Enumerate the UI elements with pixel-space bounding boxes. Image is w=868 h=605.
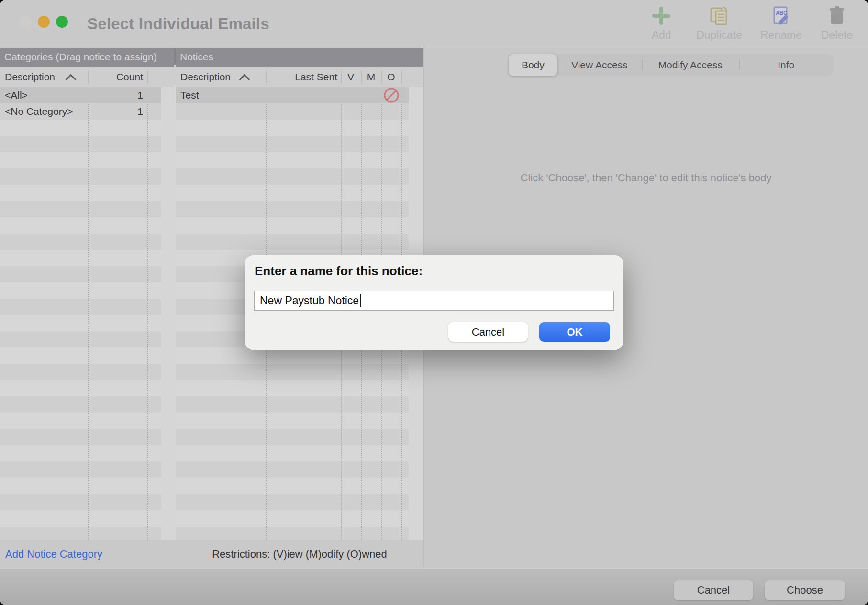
dialog-cancel-button[interactable]: Cancel <box>448 322 528 342</box>
notice-name-value: New Paystub Notice <box>260 294 359 307</box>
text-cursor <box>360 294 361 307</box>
app-window: Select Individual Emails Add <box>0 0 868 605</box>
dialog-title: Enter a name for this notice: <box>255 264 423 279</box>
notice-name-input[interactable]: New Paystub Notice <box>254 291 614 311</box>
name-notice-dialog: Enter a name for this notice: New Paystu… <box>245 255 623 350</box>
dialog-ok-button[interactable]: OK <box>539 322 610 342</box>
